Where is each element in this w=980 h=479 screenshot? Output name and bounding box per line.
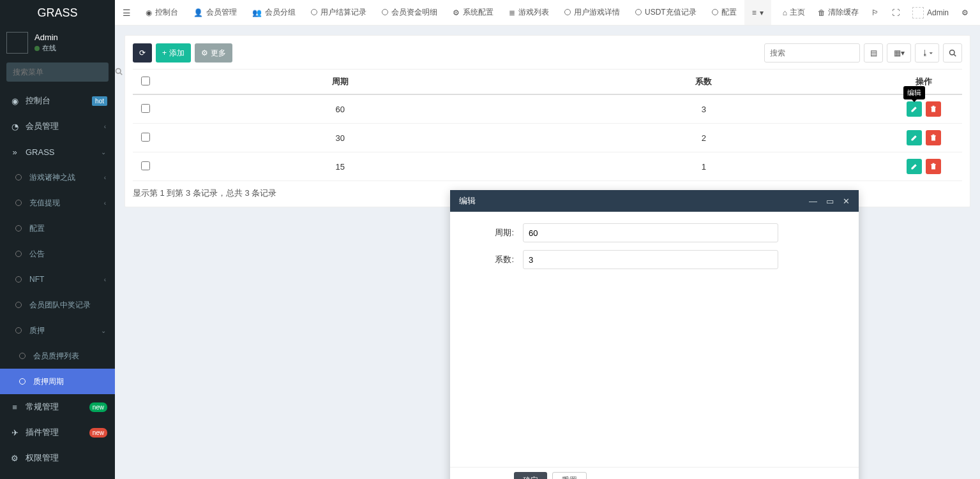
topnav-game-detail[interactable]: 用户游戏详情 xyxy=(557,0,628,25)
sidebar-item-game[interactable]: 游戏诸神之战‹ xyxy=(0,165,115,190)
circle-icon xyxy=(311,8,317,17)
sidebar-item-auth[interactable]: ⚙权限管理 xyxy=(0,445,115,471)
refresh-button[interactable]: ⟳ xyxy=(133,43,152,63)
tasks-icon: ≡ xyxy=(9,402,20,412)
sidebar-item-nft[interactable]: NFT‹ xyxy=(0,267,115,292)
table-row: 15 1 xyxy=(133,152,962,181)
topnav-fullscreen[interactable]: ⛶ xyxy=(886,0,906,25)
row-checkbox[interactable] xyxy=(141,133,150,142)
edit-modal: 编辑 — ▭ ✕ 周期: 系数: xyxy=(450,190,859,479)
coef-label: 系数: xyxy=(465,254,523,265)
coef-input[interactable] xyxy=(523,250,778,269)
chevron-down-icon: ⌄ xyxy=(101,327,106,334)
new-badge: new xyxy=(89,428,107,438)
row-checkbox[interactable] xyxy=(141,104,150,113)
topnav-more-dropdown[interactable]: ≡▾ xyxy=(744,0,771,25)
circle-icon xyxy=(382,8,388,17)
sidebar-item-grass[interactable]: »GRASS⌄ xyxy=(0,139,115,165)
topnav-funds[interactable]: 会员资金明细 xyxy=(374,0,445,25)
topnav-settings[interactable]: ⚙ xyxy=(955,0,975,25)
delete-button[interactable] xyxy=(926,101,941,117)
sidebar-item-members[interactable]: ◔会员管理‹ xyxy=(0,114,115,139)
table-search-input[interactable] xyxy=(764,43,860,63)
topnav-sysconfig[interactable]: ⚙系统配置 xyxy=(445,0,501,25)
cell-coef: 3 xyxy=(522,94,886,124)
cell-coef: 2 xyxy=(522,124,886,152)
modal-body: 周期: 系数: xyxy=(450,212,859,467)
col-period[interactable]: 周期 xyxy=(158,70,522,95)
chevron-left-icon: ‹ xyxy=(104,123,106,130)
angle-right-icon: » xyxy=(9,147,20,157)
topnav-games[interactable]: ≣游戏列表 xyxy=(501,0,557,25)
expand-icon: ⛶ xyxy=(892,8,900,17)
sidebar-item-pledge[interactable]: 质押⌄ xyxy=(0,318,115,343)
topnav-settlement[interactable]: 用户结算记录 xyxy=(303,0,374,25)
brand-logo[interactable]: GRASS xyxy=(0,0,115,26)
panel-toolbar: ⟳ +添加 ⚙更多 ▤ ▦▾ ⭳▾ xyxy=(133,43,962,63)
topnav-user[interactable]: Admin xyxy=(906,0,955,25)
sidebar-item-notice[interactable]: 公告 xyxy=(0,241,115,267)
search-button[interactable] xyxy=(943,43,962,63)
sidebar-item-recharge[interactable]: 充值提现‹ xyxy=(0,190,115,216)
sidebar-item-dashboard[interactable]: ◉控制台hot xyxy=(0,88,115,114)
circle-icon xyxy=(13,326,24,335)
circle-icon xyxy=(13,249,24,259)
toggle-view-button[interactable]: ▤ xyxy=(864,43,883,63)
topnav-lang[interactable]: 🏳 xyxy=(865,0,886,25)
sidebar-item-config[interactable]: 配置 xyxy=(0,216,115,241)
edit-button[interactable] xyxy=(907,159,922,174)
sidebar-item-pledge-list[interactable]: 会员质押列表 xyxy=(0,343,115,369)
select-all-checkbox[interactable] xyxy=(141,77,150,85)
close-icon[interactable]: ✕ xyxy=(843,196,850,206)
row-checkbox[interactable] xyxy=(141,161,150,170)
topbar: ☰ ◉控制台 👤会员管理 👥会员分组 用户结算记录 会员资金明细 ⚙系统配置 ≣… xyxy=(115,0,980,26)
topnav-groups[interactable]: 👥会员分组 xyxy=(245,0,303,25)
menu-toggle[interactable]: ☰ xyxy=(115,0,138,25)
user-icon: ◔ xyxy=(9,122,20,131)
sidebar-item-pledge-period[interactable]: 质押周期 xyxy=(0,369,115,394)
modal-header[interactable]: 编辑 — ▭ ✕ xyxy=(450,190,859,212)
svg-line-3 xyxy=(954,54,956,56)
topnav-usdt[interactable]: USDT充值记录 xyxy=(628,0,704,25)
export-button[interactable]: ⭳▾ xyxy=(915,43,939,63)
topnav-members[interactable]: 👤会员管理 xyxy=(186,0,245,25)
gears-icon: ⚙ xyxy=(961,8,969,17)
cell-period: 15 xyxy=(158,152,522,181)
sidebar-item-team-win[interactable]: 会员团队中奖记录 xyxy=(0,292,115,318)
edit-tooltip: 编辑 xyxy=(903,86,925,99)
topnav-clear-cache[interactable]: 🗑清除缓存 xyxy=(811,0,865,25)
circle-icon xyxy=(13,224,24,233)
sidebar-user: Admin 在线 xyxy=(0,26,115,63)
sidebar-search-input[interactable] xyxy=(6,68,115,77)
main: ☰ ◉控制台 👤会员管理 👥会员分组 用户结算记录 会员资金明细 ⚙系统配置 ≣… xyxy=(115,0,980,479)
trash-icon: 🗑 xyxy=(818,8,825,17)
edit-button[interactable]: 编辑 xyxy=(907,101,922,117)
minimize-icon[interactable]: — xyxy=(809,196,817,206)
users-icon: 👥 xyxy=(252,8,262,17)
topnav-config[interactable]: 配置 xyxy=(704,0,744,25)
language-icon: 🏳 xyxy=(871,8,879,17)
delete-button[interactable] xyxy=(926,159,941,174)
edit-button[interactable] xyxy=(907,130,922,145)
sidebar-search xyxy=(0,63,115,88)
circle-icon xyxy=(17,377,28,387)
col-coef[interactable]: 系数 xyxy=(522,70,886,95)
delete-button[interactable] xyxy=(926,130,941,145)
add-button[interactable]: +添加 xyxy=(156,43,191,63)
rocket-icon: ✈ xyxy=(9,428,20,438)
confirm-button[interactable]: 确定 xyxy=(514,472,547,480)
circle-icon xyxy=(13,300,24,310)
maximize-icon[interactable]: ▭ xyxy=(826,196,834,206)
reset-button[interactable]: 重置 xyxy=(552,472,587,480)
more-button[interactable]: ⚙更多 xyxy=(195,43,232,63)
new-badge: new xyxy=(89,402,107,412)
topnav-dashboard[interactable]: ◉控制台 xyxy=(138,0,186,25)
circle-icon xyxy=(17,351,28,361)
period-input[interactable] xyxy=(523,223,778,242)
avatar[interactable] xyxy=(6,32,28,54)
columns-button[interactable]: ▦▾ xyxy=(887,43,911,63)
sidebar-item-general[interactable]: ≡常规管理new xyxy=(0,394,115,420)
topnav-home[interactable]: ⌂主页 xyxy=(776,0,811,25)
data-table: 周期 系数 操作 60 3 编辑 xyxy=(133,69,962,181)
sidebar-item-plugin[interactable]: ✈插件管理new xyxy=(0,420,115,445)
